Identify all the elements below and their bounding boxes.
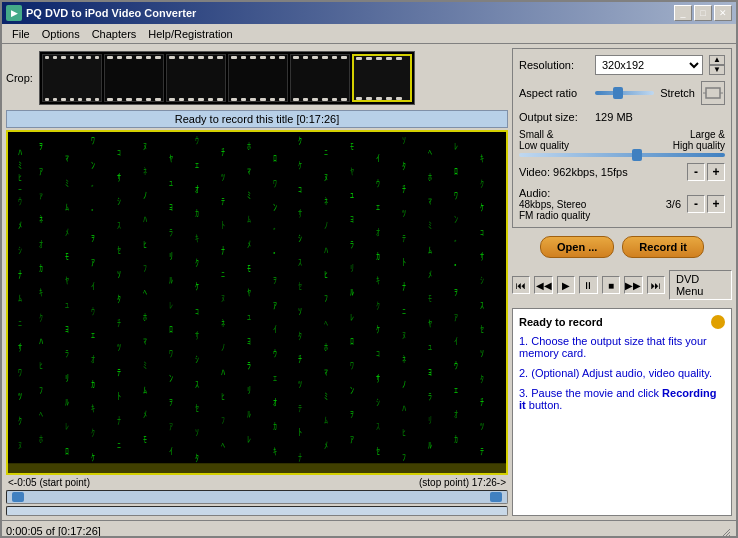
svg-text:ﾓ: ﾓ (143, 434, 148, 445)
info-step-2: 2. (Optional) Adjust audio, video qualit… (519, 367, 725, 379)
svg-text:ｽ: ｽ (480, 300, 485, 311)
resolution-up-button[interactable]: ▲ (709, 55, 725, 65)
svg-text:ﾜ: ﾜ (18, 367, 23, 378)
svg-text:ﾎ: ﾎ (39, 434, 44, 445)
quality-thumb[interactable] (632, 149, 642, 161)
svg-text:ｾ: ｾ (117, 245, 122, 256)
svg-text:ﾀ: ﾀ (195, 452, 200, 463)
audio-info: Audio: 48kbps, Stereo FM radio quality (519, 187, 662, 221)
svg-text:ﾕ: ﾕ (428, 343, 433, 354)
skip-fwd-button[interactable]: ⏭ (647, 276, 665, 294)
step-fwd-button[interactable]: ▶▶ (624, 276, 642, 294)
aspect-ratio-thumb[interactable] (613, 87, 623, 99)
svg-text:ｶ: ｶ (273, 422, 278, 433)
svg-text:ｲ: ｲ (454, 337, 459, 348)
svg-text:ﾗ: ﾗ (65, 349, 70, 360)
video-plus-button[interactable]: + (707, 163, 725, 181)
svg-text:ﾕ: ﾕ (169, 178, 174, 189)
crop-label: Crop: (6, 72, 35, 84)
svg-text:ｱ: ｱ (273, 300, 278, 311)
audio-minus-button[interactable]: - (687, 195, 705, 213)
svg-text:ﾑ: ﾑ (428, 245, 433, 256)
minimize-button[interactable]: _ (674, 5, 692, 21)
svg-text:ｷ: ｷ (195, 233, 200, 244)
step-back-button[interactable]: ◀◀ (534, 276, 552, 294)
svg-text:ﾋ: ﾋ (39, 361, 44, 372)
svg-text:ｺ: ｺ (195, 306, 200, 317)
svg-text:ｲ: ｲ (169, 446, 174, 457)
svg-text:ｺ: ｺ (299, 184, 304, 195)
window-title: PQ DVD to iPod Video Converter (26, 7, 196, 19)
svg-text:ﾙ: ﾙ (169, 276, 174, 287)
svg-text:ｦ: ｦ (91, 233, 96, 244)
film-frame-3 (166, 54, 226, 102)
resolution-select[interactable]: 320x192 240x160 480x320 (595, 55, 703, 75)
aspect-ratio-slider[interactable] (595, 91, 654, 95)
svg-text:ｻ: ｻ (117, 172, 122, 183)
menu-file[interactable]: File (6, 26, 36, 42)
resolution-down-button[interactable]: ▼ (709, 65, 725, 75)
svg-text:ﾌ: ﾌ (221, 416, 226, 427)
svg-text:ﾐ: ﾐ (428, 221, 433, 232)
svg-text:ｶ: ｶ (454, 434, 459, 445)
output-size-value: 129 MB (595, 111, 633, 123)
svg-text:ﾔ: ﾔ (169, 154, 174, 165)
dvd-menu-button[interactable]: DVD Menu (669, 270, 732, 300)
resolution-spinbox: ▲ ▼ (709, 55, 725, 75)
svg-text:ｶ: ｶ (195, 209, 200, 220)
maximize-button[interactable]: □ (694, 5, 712, 21)
close-button[interactable]: ✕ (714, 5, 732, 21)
svg-text:ﾊ: ﾊ (402, 403, 407, 414)
stop-button[interactable]: ■ (602, 276, 620, 294)
svg-text:ﾜ: ﾜ (169, 349, 174, 360)
svg-text:ﾀ: ﾀ (117, 294, 122, 305)
quality-labels: Small & Low quality Large & High quality (519, 129, 725, 151)
video-minus-button[interactable]: - (687, 163, 705, 181)
pause-button[interactable]: ⏸ (579, 276, 597, 294)
svg-text:ﾐ: ﾐ (247, 190, 252, 201)
svg-text:ｿ: ｿ (195, 428, 200, 439)
svg-text:ｸ: ｸ (39, 312, 44, 323)
quality-slider[interactable] (519, 153, 725, 157)
timeline-thumb-end[interactable] (490, 492, 502, 502)
svg-text:ｲ: ｲ (376, 154, 381, 165)
action-buttons: Open ... Record it (512, 232, 732, 262)
svg-text:ﾗ: ﾗ (350, 239, 355, 250)
aspect-ratio-row: Aspect ratio Stretch (519, 81, 725, 105)
svg-text:ﾛ: ﾛ (454, 166, 459, 177)
skip-back-button[interactable]: ⏮ (512, 276, 530, 294)
svg-text:ﾙ: ﾙ (350, 288, 355, 299)
svg-text:ﾖ: ﾖ (65, 324, 70, 335)
svg-text:ﾟ: ﾟ (454, 263, 459, 274)
stretch-icon[interactable] (701, 81, 725, 105)
svg-text:ﾅ: ﾅ (221, 245, 226, 256)
audio-plus-button[interactable]: + (707, 195, 725, 213)
open-button[interactable]: Open ... (540, 236, 614, 258)
svg-text:ﾏ: ﾏ (428, 196, 433, 207)
timeline-slider[interactable] (6, 490, 508, 504)
menu-help[interactable]: Help/Registration (142, 26, 238, 42)
audio-controls: 3/6 - + (662, 195, 725, 213)
resize-grip[interactable] (716, 523, 732, 539)
menu-options[interactable]: Options (36, 26, 86, 42)
svg-text:ｵ: ｵ (39, 239, 44, 250)
svg-text:ﾎ: ﾎ (324, 343, 329, 354)
play-button[interactable]: ▶ (557, 276, 575, 294)
svg-text:ﾂ: ﾂ (221, 172, 226, 183)
progress-slider[interactable] (6, 506, 508, 516)
svg-text:ｷ: ｷ (39, 288, 44, 299)
film-frame-5 (290, 54, 350, 102)
svg-text:ｻ: ｻ (376, 373, 381, 384)
menu-chapters[interactable]: Chapters (86, 26, 143, 42)
timeline-thumb-start[interactable] (12, 492, 24, 502)
svg-text:ﾘ: ﾘ (169, 251, 174, 262)
svg-text:ｵ: ｵ (91, 355, 96, 366)
svg-text:ｸ: ｸ (299, 136, 304, 147)
record-button[interactable]: Record it (622, 236, 704, 258)
svg-text:ﾗ: ﾗ (247, 361, 252, 372)
svg-text:ﾊ: ﾊ (143, 215, 148, 226)
svg-text:ﾄ: ﾄ (221, 221, 226, 232)
svg-text:ｿ: ｿ (480, 349, 485, 360)
svg-text:ｦ: ｦ (39, 142, 44, 153)
svg-text:ﾖ: ﾖ (428, 367, 433, 378)
